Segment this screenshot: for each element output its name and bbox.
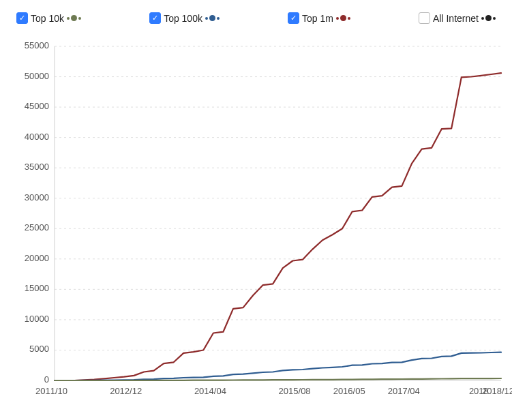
legend-item-allinternet[interactable]: All Internet bbox=[419, 12, 496, 24]
legend-label: Top 100k bbox=[164, 13, 202, 24]
legend-swatch-allinternet bbox=[481, 15, 496, 21]
y-tick-label: 40000 bbox=[25, 132, 49, 142]
line-chart bbox=[0, 29, 512, 411]
y-tick-label: 5000 bbox=[29, 344, 49, 354]
series-top1m bbox=[55, 73, 501, 380]
y-tick-label: 50000 bbox=[25, 71, 49, 81]
y-tick-label: 20000 bbox=[25, 253, 49, 263]
legend-swatch-top1m bbox=[336, 15, 350, 21]
legend-swatch-top10k bbox=[67, 15, 81, 21]
legend-item-top10k[interactable]: ✓ Top 10k bbox=[16, 12, 81, 24]
legend-swatch-top100k bbox=[205, 15, 220, 21]
y-tick-label: 35000 bbox=[25, 162, 49, 172]
x-tick-label: 2014/04 bbox=[194, 386, 226, 396]
legend-label: All Internet bbox=[433, 13, 479, 24]
y-tick-label: 15000 bbox=[25, 283, 49, 293]
x-tick-label: 2016/05 bbox=[333, 386, 365, 396]
x-tick-label: 2015/08 bbox=[279, 386, 311, 396]
legend-item-top100k[interactable]: ✓ Top 100k bbox=[149, 12, 220, 24]
y-tick-label: 30000 bbox=[25, 192, 49, 202]
x-tick-label-extra: 2018 bbox=[469, 386, 489, 396]
x-tick-label: 2011/10 bbox=[35, 386, 67, 396]
checkbox-top1m[interactable]: ✓ bbox=[288, 12, 299, 24]
checkbox-top10k[interactable]: ✓ bbox=[16, 12, 28, 24]
y-tick-label: 45000 bbox=[25, 101, 49, 111]
legend-item-top1m[interactable]: ✓ Top 1m bbox=[288, 12, 350, 24]
y-tick-label: 25000 bbox=[25, 222, 49, 232]
x-tick-label: 2017/04 bbox=[388, 386, 420, 396]
legend-label: Top 10k bbox=[31, 13, 64, 24]
checkbox-top100k[interactable]: ✓ bbox=[149, 12, 161, 24]
legend-label: Top 1m bbox=[302, 13, 333, 24]
chart-area: 0500010000150002000025000300003500040000… bbox=[0, 29, 512, 411]
series-top100k bbox=[55, 352, 501, 380]
checkbox-allinternet[interactable] bbox=[419, 12, 430, 24]
chart-legend: ✓ Top 10k ✓ Top 100k ✓ Top 1m All Intern… bbox=[0, 0, 512, 29]
x-tick-label: 2012/12 bbox=[110, 386, 142, 396]
y-tick-label: 0 bbox=[44, 374, 49, 385]
y-tick-label: 55000 bbox=[25, 40, 49, 50]
y-tick-label: 10000 bbox=[25, 314, 49, 324]
